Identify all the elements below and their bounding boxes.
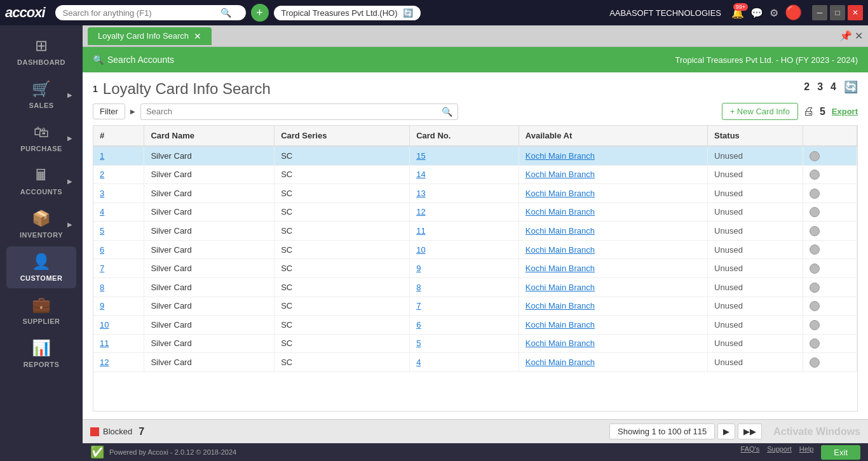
sidebar-item-customer[interactable]: 👤 CUSTOMER (6, 246, 76, 288)
row-status-dot[interactable] (810, 207, 820, 217)
sidebar-item-dashboard[interactable]: ⊞ DASHBOARD (6, 30, 76, 72)
tab-pin-button[interactable]: 📌 (839, 30, 852, 42)
row-action[interactable] (803, 353, 857, 372)
row-card-no[interactable]: 15 (410, 146, 519, 165)
table-row[interactable]: 7 Silver Card SC 9 Kochi Main Branch Unu… (93, 259, 857, 278)
row-available-at[interactable]: Kochi Main Branch (519, 277, 707, 297)
table-row[interactable]: 11 Silver Card SC 5 Kochi Main Branch Un… (93, 334, 857, 353)
global-search-box[interactable]: 🔍 (55, 5, 246, 20)
search-input-wrap[interactable]: 🔍 (140, 104, 458, 120)
filter-button[interactable]: Filter (93, 104, 125, 119)
row-action[interactable] (803, 240, 857, 259)
data-table-wrap[interactable]: # Card Name Card Series Card No. Availab… (93, 125, 858, 411)
row-card-no[interactable]: 13 (410, 184, 519, 203)
row-status-dot[interactable] (810, 264, 820, 274)
filter-expand-icon[interactable]: ▶ (130, 108, 135, 115)
company-refresh-icon[interactable]: 🔄 (403, 8, 413, 18)
row-status-dot[interactable] (810, 189, 820, 199)
row-available-at[interactable]: Kochi Main Branch (519, 240, 707, 259)
search-accounts-button[interactable]: 🔍 Search Accounts (93, 55, 174, 65)
row-num[interactable]: 10 (93, 316, 144, 335)
export-button[interactable]: Export (832, 107, 858, 116)
row-card-no[interactable]: 14 (410, 165, 519, 184)
page-refresh-button[interactable]: 🔄 (844, 80, 858, 94)
row-available-at[interactable]: Kochi Main Branch (519, 165, 707, 184)
pagination-next-button[interactable]: ▶ (717, 424, 735, 439)
sidebar-item-supplier[interactable]: 💼 SUPPLIER (6, 290, 76, 331)
global-search-icon[interactable]: 🔍 (220, 8, 231, 18)
row-action[interactable] (803, 259, 857, 278)
row-card-no[interactable]: 7 (410, 297, 519, 316)
table-row[interactable]: 10 Silver Card SC 6 Kochi Main Branch Un… (93, 316, 857, 335)
row-action[interactable] (803, 316, 857, 335)
pagination-last-button[interactable]: ▶▶ (738, 424, 762, 439)
row-num[interactable]: 3 (93, 184, 144, 203)
tab-loyalty-card[interactable]: Loyalty Card Info Search ✕ (88, 27, 212, 45)
restore-button[interactable]: □ (830, 5, 845, 20)
row-num[interactable]: 6 (93, 240, 144, 259)
user-avatar[interactable]: 🔴 (785, 4, 802, 21)
search-go-button[interactable]: 🔍 (442, 107, 452, 117)
row-available-at[interactable]: Kochi Main Branch (519, 259, 707, 278)
row-available-at[interactable]: Kochi Main Branch (519, 297, 707, 316)
row-status-dot[interactable] (810, 151, 820, 161)
row-action[interactable] (803, 146, 857, 165)
sidebar-item-purchase[interactable]: 🛍 PURCHASE ▶ (6, 117, 76, 159)
sidebar-item-sales[interactable]: 🛒 SALES ▶ (6, 74, 76, 116)
row-num[interactable]: 7 (93, 259, 144, 278)
global-search-input[interactable] (63, 8, 215, 18)
row-num[interactable]: 1 (93, 146, 144, 165)
table-row[interactable]: 5 Silver Card SC 11 Kochi Main Branch Un… (93, 222, 857, 241)
table-row[interactable]: 2 Silver Card SC 14 Kochi Main Branch Un… (93, 165, 857, 184)
add-button[interactable]: + (251, 4, 269, 22)
sidebar-item-reports[interactable]: 📊 REPORTS (6, 333, 76, 375)
row-status-dot[interactable] (810, 338, 820, 349)
row-action[interactable] (803, 297, 857, 316)
row-num[interactable]: 2 (93, 165, 144, 184)
row-available-at[interactable]: Kochi Main Branch (519, 334, 707, 353)
row-action[interactable] (803, 165, 857, 184)
row-card-no[interactable]: 11 (410, 222, 519, 241)
row-action[interactable] (803, 277, 857, 297)
row-card-no[interactable]: 9 (410, 259, 519, 278)
table-row[interactable]: 1 Silver Card SC 15 Kochi Main Branch Un… (93, 146, 857, 165)
table-row[interactable]: 9 Silver Card SC 7 Kochi Main Branch Unu… (93, 297, 857, 316)
notifications-button[interactable]: 🔔 99+ (731, 7, 744, 19)
close-button[interactable]: ✕ (848, 5, 863, 20)
row-num[interactable]: 9 (93, 297, 144, 316)
tab-window-close-button[interactable]: ✕ (855, 30, 863, 42)
row-num[interactable]: 12 (93, 353, 144, 372)
footer-support-link[interactable]: Support (767, 445, 792, 460)
row-status-dot[interactable] (810, 244, 820, 255)
search-input[interactable] (146, 107, 442, 116)
messages-button[interactable]: 💬 (750, 7, 763, 19)
row-status-dot[interactable] (810, 301, 820, 311)
settings-button[interactable]: ⚙ (770, 7, 778, 19)
company-selector[interactable]: Tropical Treasures Pvt Ltd.(HO) 🔄 (274, 6, 421, 20)
row-status-dot[interactable] (810, 320, 820, 330)
row-status-dot[interactable] (810, 226, 820, 236)
row-status-dot[interactable] (810, 283, 820, 293)
row-action[interactable] (803, 222, 857, 241)
row-available-at[interactable]: Kochi Main Branch (519, 184, 707, 203)
row-available-at[interactable]: Kochi Main Branch (519, 203, 707, 222)
row-action[interactable] (803, 184, 857, 203)
sidebar-item-accounts[interactable]: 🖩 ACCOUNTS ▶ (6, 160, 76, 202)
table-row[interactable]: 3 Silver Card SC 13 Kochi Main Branch Un… (93, 184, 857, 203)
table-row[interactable]: 4 Silver Card SC 12 Kochi Main Branch Un… (93, 203, 857, 222)
row-action[interactable] (803, 203, 857, 222)
row-num[interactable]: 4 (93, 203, 144, 222)
table-row[interactable]: 8 Silver Card SC 8 Kochi Main Branch Unu… (93, 277, 857, 297)
row-num[interactable]: 11 (93, 334, 144, 353)
sidebar-item-inventory[interactable]: 📦 INVENTORY ▶ (6, 203, 76, 245)
row-card-no[interactable]: 6 (410, 316, 519, 335)
row-num[interactable]: 8 (93, 277, 144, 297)
row-card-no[interactable]: 5 (410, 334, 519, 353)
tab-close-icon[interactable]: ✕ (194, 31, 201, 41)
footer-faq-link[interactable]: FAQ's (741, 445, 760, 460)
row-status-dot[interactable] (810, 170, 820, 180)
table-row[interactable]: 12 Silver Card SC 4 Kochi Main Branch Un… (93, 353, 857, 372)
minimize-button[interactable]: ─ (812, 5, 827, 20)
row-available-at[interactable]: Kochi Main Branch (519, 316, 707, 335)
footer-help-link[interactable]: Help (799, 445, 814, 460)
